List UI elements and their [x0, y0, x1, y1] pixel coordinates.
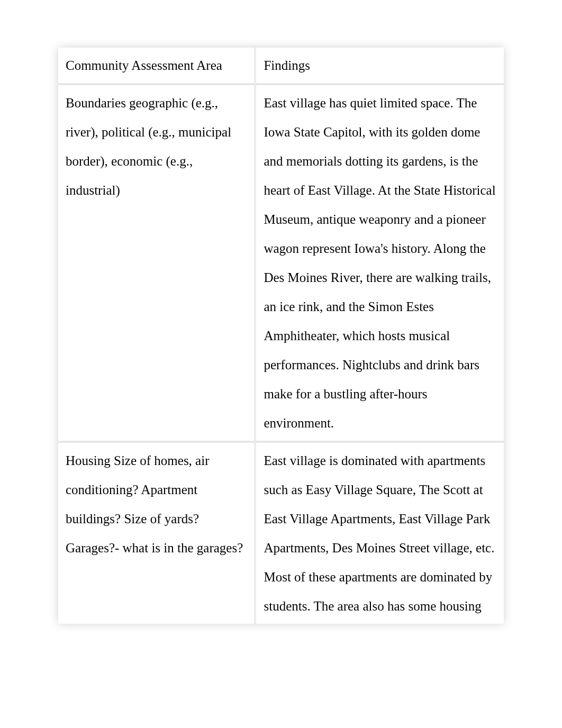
- assessment-table: Community Assessment Area Findings Bound…: [58, 48, 504, 624]
- cell-findings: East village has quiet limited space. Th…: [254, 85, 504, 443]
- cell-area: Boundaries geographic (e.g., river), pol…: [58, 85, 254, 443]
- cell-findings: East village is dominated with apartment…: [254, 443, 504, 624]
- header-area: Community Assessment Area: [58, 48, 254, 85]
- table-row: Boundaries geographic (e.g., river), pol…: [58, 85, 504, 443]
- assessment-table-container: Community Assessment Area Findings Bound…: [58, 48, 504, 624]
- table-row: Housing Size of homes, air conditioning?…: [58, 443, 504, 624]
- table-body: Boundaries geographic (e.g., river), pol…: [58, 85, 504, 624]
- cell-area: Housing Size of homes, air conditioning?…: [58, 443, 254, 624]
- table-header-row: Community Assessment Area Findings: [58, 48, 504, 85]
- header-findings: Findings: [254, 48, 504, 85]
